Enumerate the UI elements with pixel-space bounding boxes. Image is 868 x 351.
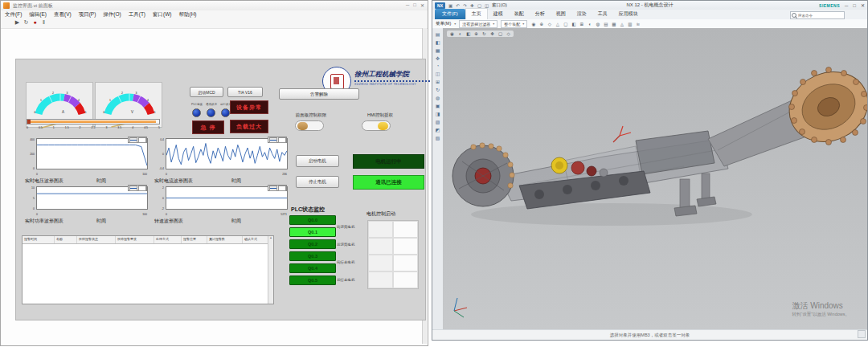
tab-view[interactable]: 视图 [551,9,571,19]
device-fault-banner[interactable]: 设备异常 [230,100,268,114]
plot-legend[interactable] [128,185,147,191]
point-icon[interactable]: ⊕ [538,22,544,27]
shaded-view-icon[interactable]: ◐ [587,22,592,27]
motor-cell[interactable] [368,255,393,271]
face-filter-icon[interactable]: ▢ [563,22,568,27]
plot-legend[interactable] [268,185,287,191]
plot-legend[interactable] [268,137,287,143]
menu-button[interactable]: 菜单(M) [436,21,451,27]
tab-application[interactable]: 应用模块 [613,9,644,19]
tia-button[interactable]: TIA V16 [227,87,263,97]
graphics-viewport[interactable]: ◉◐◧⊕↻✥▢◇ 激活 Windows 转到“设置”以激活 Windows。 [443,28,867,330]
plc-q00-indicator[interactable]: Q0.0 [289,215,336,225]
slider-thumb[interactable] [27,120,31,124]
start-mcd-button[interactable]: 启动MCD [190,87,223,97]
maximize-icon[interactable]: □ [853,3,856,8]
dependencies-icon[interactable]: ◩ [435,127,440,133]
motor-cell[interactable] [393,238,418,255]
speed-waveform-chart[interactable]: 2 0 -2 0 5271 [154,186,289,216]
hmi-authority-switch[interactable] [362,120,391,131]
grid-icon[interactable]: ⊞ [579,22,584,27]
section-icon[interactable]: ▦ [611,22,616,27]
motor-cell[interactable] [393,221,418,238]
tab-analysis[interactable]: 分析 [530,9,551,19]
minimize-icon[interactable]: ─ [406,2,409,8]
snap-point-icon[interactable]: ◉ [530,22,536,27]
run-continuous-icon[interactable]: ↻ [23,19,29,28]
plc-led[interactable] [192,108,201,117]
plc-q04-indicator[interactable]: Q0.4 [289,263,336,273]
plc-q05-indicator[interactable]: Q0.5 [289,275,336,285]
motor-cell[interactable] [368,271,393,288]
plc-q01-indicator[interactable]: Q0.1 [289,227,336,237]
assembly-navigator-icon[interactable]: ▤ [435,31,440,37]
comm-led[interactable] [207,108,215,117]
pause-icon[interactable]: ‖ [41,19,47,28]
tab-home[interactable]: 主页 [465,8,488,19]
tab-modeling[interactable]: 建模 [488,9,509,19]
command-finder[interactable] [790,11,845,19]
motor-cell[interactable] [368,221,393,238]
tab-render[interactable]: 渲染 [571,9,592,19]
motor-control-grid[interactable] [367,220,419,289]
part-navigator-icon[interactable]: ▦ [435,47,440,53]
threshold-slider[interactable]: 00.5 11.5 22.5 33.5 44.5 5 [27,119,160,135]
resize-grip[interactable] [858,330,866,338]
maximize-icon[interactable]: □ [413,2,416,8]
rotate-icon[interactable]: ↻ [481,31,487,36]
comm-connected-indicator[interactable]: 通讯已连接 [353,175,424,190]
run-led[interactable] [221,108,230,117]
wireframe-view-icon[interactable]: ◍ [595,22,600,27]
plc-q02-indicator[interactable]: Q0.2 [289,239,336,249]
emergency-stop-banner[interactable]: 急 停 [192,120,224,134]
current-waveform-chart[interactable]: 0.4 0 -0.4 0 236 [154,137,289,176]
system-scene-icon[interactable]: ▨ [435,119,440,124]
alarm-table[interactable]: 报警时间 名称 故障报警状态 故障报警要求 处理方式 报警位置 累计报警数 确认… [22,235,274,304]
reuse-library-icon[interactable]: ◔ [435,63,440,68]
front-view-icon[interactable]: ▢ [497,31,503,36]
motor-stop-button[interactable]: 停止电机 [296,176,339,188]
mechatronics-navigator-icon[interactable]: ✥ [435,55,440,61]
fit-view-icon[interactable]: ◉ [449,31,455,36]
trimetric-view-icon[interactable]: ◇ [506,31,511,36]
voltage-waveform-chart[interactable]: 400 200 0 0 100 [25,137,149,176]
process-studio-icon[interactable]: ◍ [435,95,440,100]
hd3d-tools-icon[interactable]: ◫ [435,71,440,76]
motor-start-button[interactable]: 启动电机 [296,155,339,167]
motor-running-indicator[interactable]: 电机运行中 [353,154,424,169]
panel-authority-switch[interactable] [295,120,324,131]
web-browser-icon[interactable]: ⊞ [435,79,440,84]
half-section-icon[interactable]: ◧ [465,31,471,36]
plot-legend[interactable] [128,137,147,143]
history-icon[interactable]: ↻ [435,87,440,92]
tab-assembly[interactable]: 装配 [509,9,530,19]
selection-scope-dropdown[interactable]: 整个装配▾ [501,20,527,28]
datum-icon[interactable]: ◇ [547,22,552,27]
minimize-icon[interactable]: ─ [845,3,848,8]
triangle-filter-icon[interactable]: △ [555,22,560,27]
run-icon[interactable]: ▶ [14,19,20,28]
abort-icon[interactable]: ● [32,19,38,28]
command-search-input[interactable] [796,14,841,18]
manufacturing-wizard-icon[interactable]: ▣ [435,103,440,108]
pan-icon[interactable]: ✥ [489,31,495,36]
table-scrollbar[interactable]: ▲ [268,236,273,304]
selection-filter-dropdown[interactable]: 没有选择过滤器▾ [459,20,497,28]
power-waveform-chart[interactable]: 10 5 0 0 100 [25,186,149,216]
tab-tools[interactable]: 工具 [592,9,613,19]
visibility-icon[interactable]: ▥ [627,22,633,27]
alarm-clear-button[interactable]: 告警解除 [279,88,359,100]
close-icon[interactable]: ✕ [861,2,865,8]
constraints-icon[interactable]: ≋ [635,22,641,27]
shaded-icon[interactable]: ◐ [457,31,463,36]
window-menu[interactable]: 窗口(O) [492,2,507,8]
constraint-navigator-icon[interactable]: ◧ [435,39,440,45]
layer-icon[interactable]: ▤ [603,22,608,27]
tab-file[interactable]: 文件(F) [435,9,465,19]
details-panel-icon[interactable]: ▧ [435,135,440,141]
measure-icon[interactable]: ◬ [619,22,624,27]
zoom-icon[interactable]: ⊕ [473,31,479,36]
edge-filter-icon[interactable]: ◧ [571,22,576,27]
motor-cell[interactable] [368,238,393,255]
plc-q03-indicator[interactable]: Q0.3 [289,251,336,261]
